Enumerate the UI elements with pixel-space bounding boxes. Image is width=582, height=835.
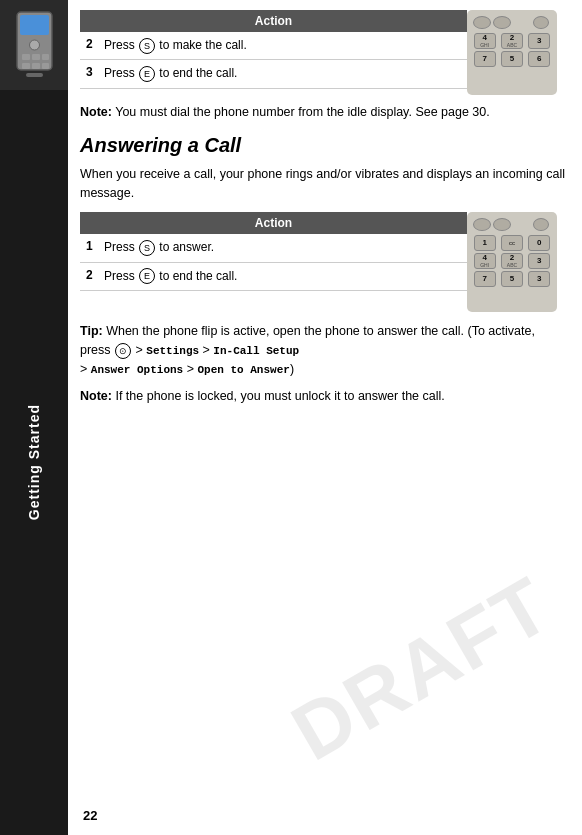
tip-label: Tip:: [80, 324, 103, 338]
second-row1-num: 1: [86, 239, 104, 253]
svg-rect-5: [22, 63, 30, 69]
second-table-row-2: 2 Press E to end the call.: [80, 263, 467, 291]
tip-sep1: >: [132, 343, 146, 357]
kv-row-2c: 7 5 3: [471, 271, 553, 287]
svg-rect-6: [32, 63, 40, 69]
first-row2-num: 2: [86, 37, 104, 51]
note-block-1: Note: You must dial the phone number fro…: [80, 103, 567, 122]
sidebar-label-area: Getting Started: [26, 90, 42, 835]
tip-open-to: Open to Answer: [197, 364, 289, 376]
kv-key-5: 5: [501, 51, 523, 67]
sidebar-label: Getting Started: [26, 404, 42, 520]
kv-key-4: 4GHI: [474, 33, 496, 49]
kv-key-2: 2ABC: [501, 33, 523, 49]
tip-answer-opts: Answer Options: [91, 364, 183, 376]
send-button-icon: S: [139, 38, 155, 54]
second-row2-text: Press E to end the call.: [104, 268, 461, 285]
tip-sep4: >: [183, 362, 197, 376]
kv-top-row: [471, 14, 553, 31]
second-table-row-1: 1 Press S to answer.: [80, 234, 467, 262]
kv-key-7: 7: [474, 51, 496, 67]
note-block-2: Note: If the phone is locked, you must u…: [80, 387, 567, 406]
first-table-row-2: 2 Press S to make the call.: [80, 32, 467, 60]
kv2-key-6s: 3: [528, 271, 550, 287]
kv2-key-5: 5: [501, 271, 523, 287]
first-table-header: Action: [80, 10, 467, 32]
second-row1-text: Press S to answer.: [104, 239, 461, 256]
tip-sep3: >: [80, 362, 91, 376]
second-table-content: Action 1 Press S to answer. 2 Press E to…: [80, 212, 467, 312]
first-row3-text: Press E to end the call.: [104, 65, 461, 82]
kv-row-2a: 1 cc 0: [471, 235, 553, 251]
kv-key-6: 6: [528, 51, 550, 67]
keypad-visual-1: 4GHI 2ABC 3 7 5 6: [467, 10, 557, 95]
second-action-table-area: Action 1 Press S to answer. 2 Press E to…: [80, 212, 567, 312]
second-table-header: Action: [80, 212, 467, 234]
svg-rect-9: [26, 73, 43, 77]
first-table-row-3: 3 Press E to end the call.: [80, 60, 467, 88]
end-button-icon: E: [139, 66, 155, 82]
menu-btn-icon: ⊙: [115, 343, 131, 359]
section-intro: When you receive a call, your phone ring…: [80, 165, 567, 203]
note2-text: If the phone is locked, you must unlock …: [112, 389, 445, 403]
kv-row-2: 7 5 6: [471, 51, 553, 67]
first-action-table-area: Action 2 Press S to make the call. 3 Pre…: [80, 10, 567, 95]
page-container: Getting Started Action 2 Press S to make…: [0, 0, 582, 835]
svg-rect-4: [32, 54, 40, 60]
note2-label: Note:: [80, 389, 112, 403]
kv-key-3: 3: [528, 33, 550, 49]
keypad-visual-2: 1 cc 0 4GHI 2ABC 3 7 5 3: [467, 212, 557, 312]
tip-settings: Settings: [146, 345, 199, 357]
svg-rect-3: [22, 54, 30, 60]
svg-rect-1: [20, 15, 49, 35]
first-table-image: 4GHI 2ABC 3 7 5 6: [467, 10, 567, 95]
main-content: Action 2 Press S to make the call. 3 Pre…: [68, 0, 582, 835]
tip-sep2: >: [199, 343, 213, 357]
page-number: 22: [83, 808, 97, 823]
sidebar: Getting Started: [0, 0, 68, 835]
kv2-key-1: 1: [474, 235, 496, 251]
svg-point-2: [29, 40, 39, 50]
svg-rect-7: [42, 54, 49, 60]
tip-block: Tip: When the phone flip is active, open…: [80, 322, 567, 378]
first-row3-num: 3: [86, 65, 104, 79]
answer-end-icon: E: [139, 268, 155, 284]
note1-label: Note:: [80, 105, 112, 119]
kv-row-1: 4GHI 2ABC 3: [471, 33, 553, 49]
svg-rect-8: [42, 63, 49, 69]
kv-row-2b: 4GHI 2ABC 3: [471, 253, 553, 269]
kv2-key-2: 2ABC: [501, 253, 523, 269]
first-row2-text: Press S to make the call.: [104, 37, 461, 54]
kv2-key-0: 0: [528, 235, 550, 251]
second-row2-num: 2: [86, 268, 104, 282]
answer-send-icon: S: [139, 240, 155, 256]
section-heading: Answering a Call: [80, 134, 567, 157]
tip-incall: In-Call Setup: [213, 345, 299, 357]
tip-close-paren: ): [290, 362, 294, 376]
draft-watermark: DRAFT: [277, 559, 566, 779]
kv2-key-4: 4GHI: [474, 253, 496, 269]
phone-icon: [12, 10, 57, 80]
second-table-image: 1 cc 0 4GHI 2ABC 3 7 5 3: [467, 212, 567, 312]
phone-icon-area: [0, 0, 68, 90]
first-table-content: Action 2 Press S to make the call. 3 Pre…: [80, 10, 467, 95]
kv2-key-cc: cc: [501, 235, 523, 251]
note1-text: You must dial the phone number from the …: [112, 105, 490, 119]
kv2-key-7: 7: [474, 271, 496, 287]
kv-top-row-2: [471, 216, 553, 233]
kv2-key-3: 3: [528, 253, 550, 269]
